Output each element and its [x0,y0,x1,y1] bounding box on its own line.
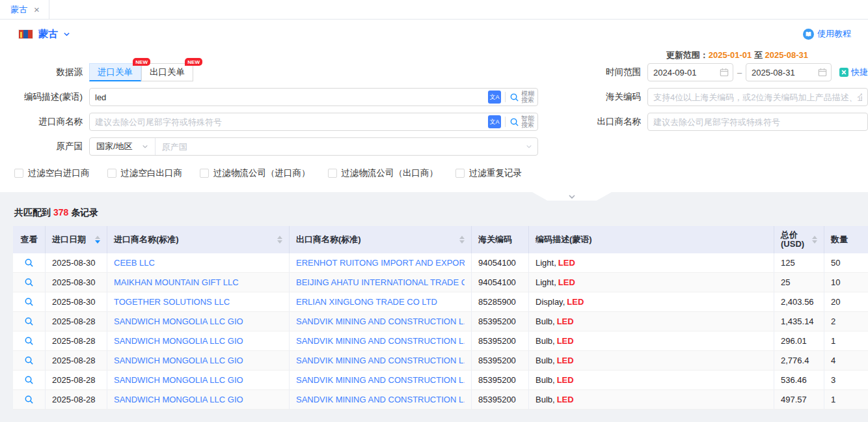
hs-code-cell: 85285900 [472,292,529,312]
description-cell: Light,LED [529,273,774,292]
view-record-button[interactable] [24,375,34,385]
view-record-button[interactable] [24,356,34,365]
col-header-exporter[interactable]: 出口商名称(标准) [290,226,472,253]
data-source-label: 数据源 [0,66,89,78]
importer-link[interactable]: SANDWICH MONGOLIA LLC GIO [114,395,243,404]
translate-icon[interactable]: 文A [488,91,501,104]
origin-input[interactable] [156,142,526,152]
checkbox-icon [107,169,116,178]
exporter-label: 出口商名称 [550,116,647,128]
description-cell: Bulb,LED [529,312,774,331]
importer-label: 进口商名称 [0,116,89,128]
exporter-link[interactable]: SANDVIK MINING AND CONSTRUCTION L... [296,395,465,404]
hs-code-cell: 85395200 [472,351,529,371]
view-record-button[interactable] [24,336,34,346]
sort-icon[interactable] [273,236,282,244]
table-row: 2025-08-28 SANDWICH MONGOLIA LLC GIO SAN… [13,351,868,371]
translate-icon[interactable]: 文A [488,115,501,128]
exporter-link[interactable]: SANDVIK MINING AND CONSTRUCTION L... [296,316,465,326]
view-cell [13,253,46,273]
quick-select-button[interactable]: 快捷 [839,66,868,78]
exporter-link[interactable]: ERLIAN XINGLONG TRADE CO LTD [296,297,437,307]
col-header-importer[interactable]: 进口商名称(标准) [107,226,290,253]
hs-code-label: 海关编码 [550,91,647,103]
new-badge: NEW [185,58,202,66]
exporter-link[interactable]: SANDVIK MINING AND CONSTRUCTION L... [296,356,465,365]
date-separator: – [737,68,742,77]
tab-export-declarations[interactable]: 出口关单 NEW [141,63,193,81]
view-cell [13,371,46,390]
table-row: 2025-08-30 MAIKHAN MOUNTAIN GIFT LLC BEI… [13,273,868,292]
view-record-button[interactable] [24,316,34,326]
quantity-cell: 50 [824,253,868,273]
fuzzy-search-button[interactable]: 模糊搜索 [509,91,534,104]
tab-import-declarations[interactable]: 进口关单 NEW [89,63,141,81]
origin-type-select[interactable]: 国家/地区 [90,138,156,155]
importer-link[interactable]: SANDWICH MONGOLIA LLC GIO [114,336,243,346]
hs-code-input[interactable] [647,88,868,106]
smart-search-button[interactable]: 智能搜索 [509,115,534,128]
quantity-cell: 20 [824,292,868,312]
checkbox-icon [14,169,23,178]
importer-link[interactable]: SANDWICH MONGOLIA LLC GIO [114,316,243,326]
checkbox-filter-duplicates[interactable]: 过滤重复记录 [455,167,522,179]
view-cell [13,273,46,292]
exporter-link[interactable]: BEIJING AHATU INTERNATIONAL TRADE C... [296,277,465,287]
tutorial-link[interactable]: 使用教程 [803,28,851,40]
exporter-link[interactable]: SANDVIK MINING AND CONSTRUCTION L... [296,375,465,385]
update-range-to: 2025-08-31 [765,50,809,60]
view-cell [13,351,46,371]
table-row: 2025-08-28 SANDWICH MONGOLIA LLC GIO SAN… [13,312,868,331]
code-desc-label: 编码描述(蒙语) [0,91,89,103]
total-price-cell: 125 [774,253,824,273]
checkbox-filter-blank-importer[interactable]: 过滤空白进口商 [14,167,90,179]
table-header-row: 查看 进口日期 进口商名称(标准) 出口商名称(标准) 海关编码 编码描述(蒙语… [13,226,868,253]
col-header-total-price[interactable]: 总价 (USD) [774,226,824,253]
checkbox-filter-logistics-importer[interactable]: 过滤物流公司（进口商） [200,167,310,179]
sort-icon[interactable] [91,236,100,244]
table-body: 2025-08-30 CEEB LLC ERENHOT RUITONG IMPO… [13,253,868,410]
sort-icon[interactable] [455,236,465,244]
chevron-down-icon [63,31,70,38]
page-tab-mongolia[interactable]: 蒙古 × [0,0,49,19]
importer-link[interactable]: SANDWICH MONGOLIA LLC GIO [114,375,243,385]
view-record-button[interactable] [24,277,34,287]
code-desc-input[interactable] [89,88,538,106]
led-highlight: LED [558,258,575,268]
form-row-2: 编码描述(蒙语) 文A 模糊搜索 海关编码 [0,88,868,106]
end-date-field[interactable] [746,63,832,81]
checkbox-filter-logistics-exporter[interactable]: 过滤物流公司（出口商） [328,167,439,179]
filter-checkbox-row: 过滤空白进口商 过滤空白出口商 过滤物流公司（进口商） 过滤物流公司（出口商） … [0,156,868,192]
hs-code-cell: 85395200 [472,371,529,390]
import-date-cell: 2025-08-28 [46,390,107,410]
total-price-cell: 497.57 [774,390,824,410]
col-header-import-date[interactable]: 进口日期 [46,226,107,253]
table-row: 2025-08-28 SANDWICH MONGOLIA LLC GIO SAN… [13,390,868,410]
country-selector[interactable]: 蒙古 [18,28,70,40]
tab-strip: 蒙古 × [0,0,868,20]
start-date-field[interactable] [647,63,733,81]
sort-icon[interactable] [808,236,817,244]
view-record-button[interactable] [24,258,34,268]
page-tab-label: 蒙古 [10,4,27,16]
exporter-link[interactable]: SANDVIK MINING AND CONSTRUCTION L... [296,336,465,346]
import-date-cell: 2025-08-28 [46,371,107,390]
exporter-link[interactable]: ERENHOT RUITONG IMPORT AND EXPORT ... [296,258,465,268]
total-price-cell: 296.01 [774,331,824,351]
importer-link[interactable]: TOGETHER SOLUTIONS LLC [114,297,230,307]
view-record-button[interactable] [24,297,34,307]
close-icon[interactable]: × [34,5,40,14]
data-source-tabs: 进口关单 NEW 出口关单 NEW [89,63,193,81]
results-table: 查看 进口日期 进口商名称(标准) 出口商名称(标准) 海关编码 编码描述(蒙语… [13,226,868,410]
exporter-input[interactable] [647,113,868,131]
filter-panel: 更新范围：2025-01-01 至 2025-08-31 数据源 进口关单 NE… [0,48,868,192]
view-record-button[interactable] [24,395,34,404]
checkbox-filter-blank-exporter[interactable]: 过滤空白出口商 [107,167,183,179]
calendar-icon [720,68,729,79]
importer-link[interactable]: SANDWICH MONGOLIA LLC GIO [114,356,243,365]
book-icon [803,29,814,40]
importer-link[interactable]: MAIKHAN MOUNTAIN GIFT LLC [114,277,239,287]
importer-link[interactable]: CEEB LLC [114,258,155,268]
importer-input[interactable] [89,113,538,131]
description-cell: Bulb,LED [529,351,774,371]
